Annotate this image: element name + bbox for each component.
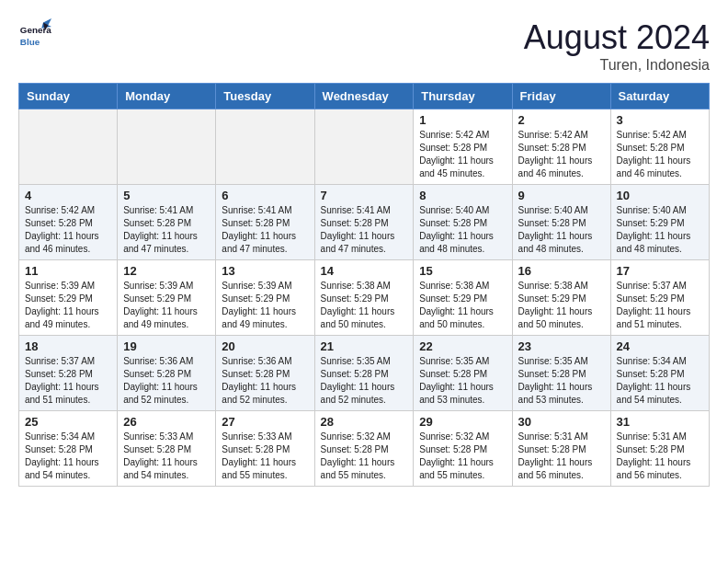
day-number: 27 [222,415,308,429]
day-info: Sunrise: 5:40 AM Sunset: 5:28 PM Dayligh… [518,204,605,256]
day-number: 20 [222,339,308,353]
day-number: 17 [617,264,703,278]
calendar-day-cell: 1Sunrise: 5:42 AM Sunset: 5:28 PM Daylig… [414,109,512,185]
day-number: 8 [419,189,506,202]
calendar-day-cell: 7Sunrise: 5:41 AM Sunset: 5:28 PM Daylig… [314,185,414,260]
calendar-day-cell: 26Sunrise: 5:33 AM Sunset: 5:28 PM Dayli… [118,411,216,487]
day-info: Sunrise: 5:39 AM Sunset: 5:29 PM Dayligh… [25,280,111,331]
calendar-day-cell [314,109,414,185]
day-number: 22 [419,339,506,353]
day-number: 12 [123,264,210,278]
calendar-day-cell: 27Sunrise: 5:33 AM Sunset: 5:28 PM Dayli… [216,411,314,487]
calendar-day-cell: 10Sunrise: 5:40 AM Sunset: 5:29 PM Dayli… [610,185,709,260]
calendar-day-cell: 15Sunrise: 5:38 AM Sunset: 5:29 PM Dayli… [414,260,512,336]
calendar-day-cell: 31Sunrise: 5:31 AM Sunset: 5:28 PM Dayli… [610,411,709,487]
calendar-day-cell: 29Sunrise: 5:32 AM Sunset: 5:28 PM Dayli… [414,411,512,487]
day-info: Sunrise: 5:32 AM Sunset: 5:28 PM Dayligh… [419,431,506,482]
svg-text:Blue: Blue [20,37,40,47]
day-info: Sunrise: 5:42 AM Sunset: 5:28 PM Dayligh… [419,129,506,180]
day-info: Sunrise: 5:42 AM Sunset: 5:28 PM Dayligh… [25,204,111,256]
day-info: Sunrise: 5:31 AM Sunset: 5:28 PM Dayligh… [518,431,605,482]
calendar-day-cell: 8Sunrise: 5:40 AM Sunset: 5:28 PM Daylig… [414,185,512,260]
calendar-day-cell: 14Sunrise: 5:38 AM Sunset: 5:29 PM Dayli… [314,260,414,336]
day-number: 15 [419,264,506,278]
calendar-day-cell: 3Sunrise: 5:42 AM Sunset: 5:28 PM Daylig… [610,109,709,185]
calendar-day-cell: 5Sunrise: 5:41 AM Sunset: 5:28 PM Daylig… [118,185,216,260]
calendar-week-row: 11Sunrise: 5:39 AM Sunset: 5:29 PM Dayli… [19,260,710,336]
day-info: Sunrise: 5:42 AM Sunset: 5:28 PM Dayligh… [617,129,703,180]
calendar-day-cell: 28Sunrise: 5:32 AM Sunset: 5:28 PM Dayli… [314,411,414,487]
day-number: 5 [123,189,210,202]
day-info: Sunrise: 5:37 AM Sunset: 5:28 PM Dayligh… [25,355,111,407]
day-number: 31 [617,415,703,429]
day-number: 24 [617,339,703,353]
calendar-day-cell [19,109,118,185]
header-saturday: Saturday [610,84,709,109]
calendar-week-row: 1Sunrise: 5:42 AM Sunset: 5:28 PM Daylig… [19,109,710,185]
day-info: Sunrise: 5:33 AM Sunset: 5:28 PM Dayligh… [123,431,210,482]
weekday-header-row: SundayMondayTuesdayWednesdayThursdayFrid… [19,84,710,109]
calendar-day-cell: 20Sunrise: 5:36 AM Sunset: 5:28 PM Dayli… [216,336,314,411]
day-info: Sunrise: 5:39 AM Sunset: 5:29 PM Dayligh… [123,280,210,331]
header-friday: Friday [512,84,610,109]
header-monday: Monday [118,84,216,109]
day-info: Sunrise: 5:35 AM Sunset: 5:28 PM Dayligh… [321,355,408,407]
calendar-week-row: 18Sunrise: 5:37 AM Sunset: 5:28 PM Dayli… [19,336,710,411]
calendar-day-cell: 11Sunrise: 5:39 AM Sunset: 5:29 PM Dayli… [19,260,118,336]
header-wednesday: Wednesday [314,84,414,109]
day-number: 13 [222,264,308,278]
day-number: 23 [518,339,605,353]
day-number: 19 [123,339,210,353]
calendar-day-cell: 18Sunrise: 5:37 AM Sunset: 5:28 PM Dayli… [19,336,118,411]
day-number: 16 [518,264,605,278]
day-number: 18 [25,339,111,353]
day-info: Sunrise: 5:31 AM Sunset: 5:28 PM Dayligh… [617,431,703,482]
day-number: 2 [518,113,605,127]
day-number: 4 [25,189,111,202]
day-number: 11 [25,264,111,278]
day-info: Sunrise: 5:39 AM Sunset: 5:29 PM Dayligh… [222,280,308,331]
calendar-day-cell [118,109,216,185]
calendar-day-cell: 19Sunrise: 5:36 AM Sunset: 5:28 PM Dayli… [118,336,216,411]
month-title: August 2024 [524,18,710,57]
calendar-day-cell: 6Sunrise: 5:41 AM Sunset: 5:28 PM Daylig… [216,185,314,260]
calendar-day-cell: 13Sunrise: 5:39 AM Sunset: 5:29 PM Dayli… [216,260,314,336]
day-number: 21 [321,339,408,353]
calendar-day-cell: 2Sunrise: 5:42 AM Sunset: 5:28 PM Daylig… [512,109,610,185]
day-number: 29 [419,415,506,429]
day-number: 26 [123,415,210,429]
page-header: General Blue August 2024 Turen, Indonesi… [18,18,710,74]
day-info: Sunrise: 5:35 AM Sunset: 5:28 PM Dayligh… [419,355,506,407]
day-number: 1 [419,113,506,127]
calendar-week-row: 25Sunrise: 5:34 AM Sunset: 5:28 PM Dayli… [19,411,710,487]
day-info: Sunrise: 5:40 AM Sunset: 5:29 PM Dayligh… [617,204,703,256]
calendar-day-cell: 16Sunrise: 5:38 AM Sunset: 5:29 PM Dayli… [512,260,610,336]
day-info: Sunrise: 5:40 AM Sunset: 5:28 PM Dayligh… [419,204,506,256]
location-title: Turen, Indonesia [524,57,710,74]
day-info: Sunrise: 5:41 AM Sunset: 5:28 PM Dayligh… [321,204,408,256]
day-number: 7 [321,189,408,202]
day-number: 28 [321,415,408,429]
calendar-day-cell: 24Sunrise: 5:34 AM Sunset: 5:28 PM Dayli… [610,336,709,411]
day-info: Sunrise: 5:32 AM Sunset: 5:28 PM Dayligh… [321,431,408,482]
day-info: Sunrise: 5:37 AM Sunset: 5:29 PM Dayligh… [617,280,703,331]
calendar-table: SundayMondayTuesdayWednesdayThursdayFrid… [18,83,710,487]
day-info: Sunrise: 5:41 AM Sunset: 5:28 PM Dayligh… [222,204,308,256]
calendar-week-row: 4Sunrise: 5:42 AM Sunset: 5:28 PM Daylig… [19,185,710,260]
day-info: Sunrise: 5:35 AM Sunset: 5:28 PM Dayligh… [518,355,605,407]
day-info: Sunrise: 5:36 AM Sunset: 5:28 PM Dayligh… [123,355,210,407]
calendar-day-cell: 4Sunrise: 5:42 AM Sunset: 5:28 PM Daylig… [19,185,118,260]
day-info: Sunrise: 5:34 AM Sunset: 5:28 PM Dayligh… [25,431,111,482]
calendar-day-cell: 21Sunrise: 5:35 AM Sunset: 5:28 PM Dayli… [314,336,414,411]
logo: General Blue [18,18,51,52]
day-number: 6 [222,189,308,202]
header-sunday: Sunday [19,84,118,109]
day-number: 30 [518,415,605,429]
calendar-day-cell: 23Sunrise: 5:35 AM Sunset: 5:28 PM Dayli… [512,336,610,411]
day-number: 14 [321,264,408,278]
header-thursday: Thursday [414,84,512,109]
day-info: Sunrise: 5:33 AM Sunset: 5:28 PM Dayligh… [222,431,308,482]
day-info: Sunrise: 5:38 AM Sunset: 5:29 PM Dayligh… [321,280,408,331]
day-info: Sunrise: 5:34 AM Sunset: 5:28 PM Dayligh… [617,355,703,407]
calendar-day-cell: 25Sunrise: 5:34 AM Sunset: 5:28 PM Dayli… [19,411,118,487]
